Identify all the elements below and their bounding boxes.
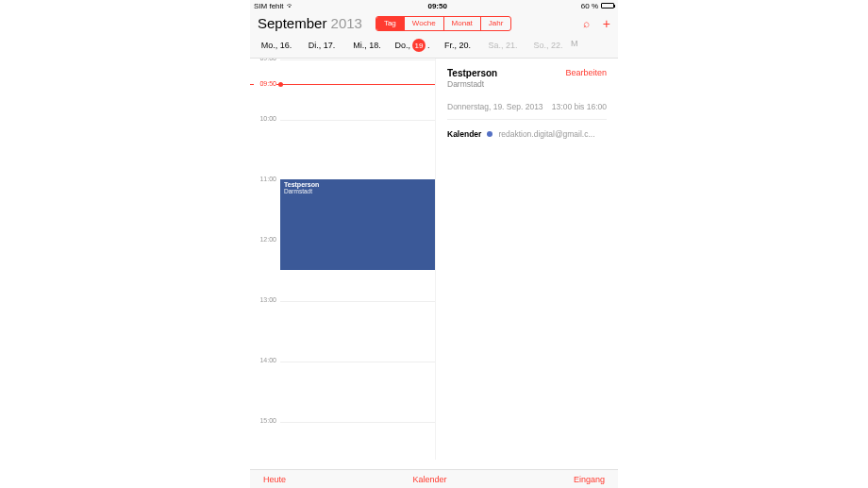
today-indicator: 19 — [412, 39, 426, 52]
now-dot-icon — [278, 82, 283, 87]
event-block-title: Testperson — [284, 181, 431, 188]
day-wed[interactable]: Mi., 18. — [344, 39, 390, 52]
grid-line — [280, 301, 435, 302]
calendar-header: September 2013 Tag Woche Monat Jahr Mo.,… — [250, 11, 618, 59]
status-bar: SIM fehlt ᯤ 09:50 60 % — [250, 0, 618, 11]
toolbar: Heute Kalender Eingang — [250, 469, 618, 488]
grid-line — [280, 362, 435, 362]
day-fri[interactable]: Fr., 20. — [435, 39, 480, 52]
view-tab-week[interactable]: Woche — [405, 17, 444, 30]
now-time-label: 09:50 — [254, 80, 276, 87]
battery-icon — [601, 3, 614, 8]
day-sat[interactable]: Sa., 21. — [480, 39, 526, 52]
event-block[interactable]: TestpersonDarmstadt — [280, 179, 435, 270]
day-mon[interactable]: Mo., 16. — [254, 39, 299, 52]
calendar-color-dot — [487, 131, 492, 137]
status-time: 09:50 — [427, 2, 446, 10]
event-date: Donnerstag, 19. Sep. 2013 — [447, 102, 543, 111]
event-timerange: 13:00 bis 16:00 — [552, 102, 607, 111]
hour-label: 13:00 — [254, 296, 276, 303]
hour-label: 12:00 — [254, 236, 276, 243]
edit-button[interactable]: Bearbeiten — [565, 68, 607, 77]
battery-percent: 60 % — [581, 2, 598, 10]
calendar-name: redaktion.digital@gmail.c... — [498, 129, 594, 139]
day-timeline[interactable]: 09:0010:0011:0012:0013:0014:0015:0016:00… — [250, 59, 435, 460]
day-thu[interactable]: Do., 19. — [390, 39, 435, 52]
hour-label: 15:00 — [254, 417, 276, 424]
grid-line — [280, 59, 435, 60]
month-title[interactable]: September 2013 — [258, 15, 362, 31]
hour-row[interactable]: 14:00 — [250, 361, 435, 391]
add-event-icon[interactable] — [603, 16, 610, 31]
hour-label: 09:00 — [254, 59, 276, 61]
event-datetime-row: Donnerstag, 19. Sep. 2013 13:00 bis 16:0… — [447, 102, 607, 120]
grid-line — [280, 120, 435, 121]
hour-row[interactable]: 15:00 — [250, 421, 435, 451]
day-overflow-indicator: M — [571, 39, 580, 52]
grid-line — [280, 422, 435, 423]
event-location: Darmstadt — [447, 79, 497, 89]
today-button[interactable]: Heute — [263, 475, 286, 484]
calendar-label: Kalender — [447, 129, 481, 139]
view-tab-month[interactable]: Monat — [444, 17, 481, 30]
search-icon[interactable] — [583, 17, 590, 30]
hour-row[interactable]: 10:00 — [250, 119, 435, 149]
event-calendar-row[interactable]: Kalender redaktion.digital@gmail.c... — [447, 129, 607, 139]
carrier-label: SIM fehlt — [254, 2, 284, 10]
calendars-button[interactable]: Kalender — [412, 475, 446, 484]
event-title: Testperson — [447, 68, 497, 78]
inbox-button[interactable]: Eingang — [574, 475, 605, 484]
day-sun[interactable]: So., 22. — [526, 39, 571, 52]
view-tab-year[interactable]: Jahr — [481, 17, 511, 30]
view-tab-day[interactable]: Tag — [376, 17, 405, 30]
now-indicator: 09:50 — [250, 84, 435, 85]
day-tue[interactable]: Di., 17. — [299, 39, 344, 52]
hour-label: 10:00 — [254, 115, 276, 122]
day-selector-row: Mo., 16. Di., 17. Mi., 18. Do., 19. Fr.,… — [250, 35, 618, 58]
event-detail-pane: Testperson Darmstadt Bearbeiten Donnerst… — [435, 59, 618, 460]
hour-row[interactable]: 13:00 — [250, 300, 435, 330]
hour-label: 11:00 — [254, 176, 276, 182]
hour-label: 14:00 — [254, 357, 276, 363]
view-segmented-control[interactable]: Tag Woche Monat Jahr — [376, 16, 511, 31]
event-block-location: Darmstadt — [284, 188, 431, 194]
wifi-icon: ᯤ — [287, 2, 294, 10]
